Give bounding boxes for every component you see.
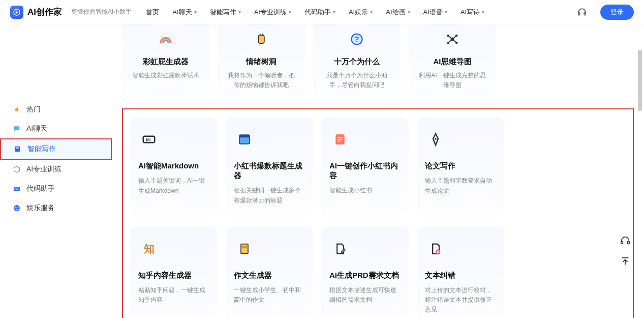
sidebar-item-3[interactable]: AI专业训练 <box>0 160 112 179</box>
grid-card-1-0[interactable]: 知知乎内容生成器粘贴知乎问题，一键生成知乎内容 <box>130 227 218 318</box>
sidebar-item-4[interactable]: </>代码助手 <box>0 179 112 198</box>
docx-icon <box>425 238 446 259</box>
edit-icon <box>13 144 22 154</box>
card-desc: 根据文本描述生成可快速编辑的需求文档 <box>329 285 401 305</box>
nav-label: 代码助手 <box>304 8 331 17</box>
grid-card-1-1[interactable]: 作文生成器一键生成小学生、初中和高中的作文 <box>226 227 313 318</box>
card-desc: 我是十万个为什么小助手，尽管向我提问吧 <box>321 71 392 90</box>
login-button[interactable]: 登录 <box>600 5 634 20</box>
card-title: 文本纠错 <box>425 271 496 280</box>
code-icon: </> <box>12 184 21 193</box>
nav-label: AI绘画 <box>386 8 405 17</box>
card-desc: 我将作为一个倾听者，把你的烦恼都告诉我吧 <box>226 71 297 90</box>
card-title: 情绪树洞 <box>226 57 297 67</box>
grid-row-1: 知知乎内容生成器粘贴知乎问题，一键生成知乎内容作文生成器一键生成小学生、初中和高… <box>130 227 626 318</box>
doc-icon <box>234 238 255 259</box>
card-desc: 对上传的文本进行校对，标注错误文本并提供修正意见 <box>425 285 496 315</box>
svg-rect-1 <box>578 12 580 15</box>
nav-label: AI专业训练 <box>254 8 287 17</box>
nav-item-8[interactable]: AI写诗▾ <box>461 8 484 17</box>
sidebar-label: 热门 <box>26 105 41 114</box>
svg-rect-4 <box>16 148 19 148</box>
svg-text:?: ? <box>355 35 359 43</box>
logo[interactable]: AI创作家 <box>10 6 62 19</box>
logo-text: AI创作家 <box>27 6 62 18</box>
chevron-down-icon: ▾ <box>482 9 484 15</box>
nav-item-4[interactable]: 代码助手▾ <box>304 8 335 17</box>
nav-label: 首页 <box>146 8 159 17</box>
grid-card-0-2[interactable]: AI一键创作小红书内容智能生成小红书 <box>321 118 409 216</box>
top-card-2[interactable]: ?十万个为什么我是十万个为什么小助手，尽管向我提问吧 <box>313 24 401 99</box>
markdown-icon: M↓ <box>138 129 160 150</box>
support-icon[interactable] <box>577 7 587 17</box>
grid-card-0-3[interactable]: 论文写作输入主题和字数要求自动生成论文 <box>417 118 504 216</box>
card-desc: 输入主题和字数要求自动生成论文 <box>425 176 496 195</box>
sidebar: 热门AI聊天智能写作AI专业训练</>代码助手娱乐服务 <box>0 24 112 318</box>
nav-item-2[interactable]: 智能写作▾ <box>210 8 241 17</box>
chevron-down-icon: ▾ <box>333 9 335 15</box>
header-tagline: 更懂你的智能AI小助手 <box>71 8 132 16</box>
svg-rect-27 <box>338 139 343 140</box>
smile-icon <box>12 204 21 213</box>
rainbow-icon <box>155 28 176 50</box>
nav-item-0[interactable]: 首页 <box>146 8 159 17</box>
scroll-thumb[interactable] <box>638 50 642 111</box>
svg-point-10 <box>17 207 18 208</box>
svg-rect-36 <box>628 241 630 244</box>
svg-text:知: 知 <box>143 242 155 254</box>
card-title: AI生成PRD需求文档 <box>329 271 401 280</box>
card-title: 作文生成器 <box>234 271 305 280</box>
svg-text:</>: </> <box>15 187 19 190</box>
chevron-down-icon: ▾ <box>445 9 447 15</box>
scrollbar[interactable] <box>637 24 643 314</box>
svg-rect-5 <box>16 149 19 149</box>
support-float-icon[interactable] <box>619 234 632 247</box>
nav-item-3[interactable]: AI专业训练▾ <box>254 8 291 17</box>
mindmap-icon <box>442 28 463 50</box>
pen-icon <box>425 129 446 150</box>
grid-card-0-0[interactable]: M↓AI智能Markdown输入主题关键词，AI一键生成Markdown <box>130 118 218 216</box>
grid-row-0: M↓AI智能Markdown输入主题关键词，AI一键生成Markdown小红书爆… <box>130 118 626 216</box>
top-card-3[interactable]: AI思维导图利用AI一键生成完整的思维导图 <box>409 24 496 99</box>
sidebar-item-5[interactable]: 娱乐服务 <box>0 198 112 218</box>
nav-label: 智能写作 <box>210 8 236 17</box>
main-content: 彩虹屁生成器智能生成彩虹屁吹捧话术情绪树洞我将作为一个倾听者，把你的烦恼都告诉我… <box>112 24 644 318</box>
card-desc: 一键生成小学生、初中和高中的作文 <box>234 285 305 305</box>
chevron-down-icon: ▾ <box>194 9 197 15</box>
cup-icon <box>251 28 272 50</box>
sidebar-label: 代码助手 <box>26 184 55 193</box>
nav-label: AI聊天 <box>172 8 192 17</box>
card-title: AI智能Markdown <box>138 161 209 171</box>
grid-card-1-3[interactable]: 文本纠错对上传的文本进行校对，标注错误文本并提供修正意见 <box>417 227 504 318</box>
svg-point-11 <box>161 36 163 39</box>
docpen-icon <box>329 238 351 259</box>
nav-label: AI娱乐 <box>349 8 368 17</box>
grid-card-0-1[interactable]: 小红书爆款标题生成器根据关键词一键生成多个有爆款潜力的标题 <box>226 118 313 216</box>
grid-card-1-2[interactable]: AI生成PRD需求文档根据文本描述生成可快速编辑的需求文档 <box>321 227 409 318</box>
top-card-0[interactable]: 彩虹屁生成器智能生成彩虹屁吹捧话术 <box>122 24 209 99</box>
nav-item-7[interactable]: AI语音▾ <box>423 8 447 17</box>
nav-item-1[interactable]: AI聊天▾ <box>172 8 196 17</box>
chevron-down-icon: ▾ <box>408 9 410 15</box>
chat-icon <box>12 124 21 133</box>
nav-item-6[interactable]: AI绘画▾ <box>386 8 410 17</box>
chevron-down-icon: ▾ <box>370 9 373 15</box>
card-title: 论文写作 <box>425 161 496 171</box>
back-to-top-icon[interactable] <box>619 254 632 268</box>
svg-rect-24 <box>239 135 250 138</box>
sidebar-item-2[interactable]: 智能写作 <box>0 138 112 160</box>
top-nav: 首页AI聊天▾智能写作▾AI专业训练▾代码助手▾AI娱乐▾AI绘画▾AI语音▾A… <box>146 8 573 17</box>
sidebar-item-1[interactable]: AI聊天 <box>0 119 112 138</box>
svg-rect-32 <box>242 246 247 246</box>
header: AI创作家 更懂你的智能AI小助手 首页AI聊天▾智能写作▾AI专业训练▾代码助… <box>0 0 644 24</box>
top-card-1[interactable]: 情绪树洞我将作为一个倾听者，把你的烦恼都告诉我吧 <box>218 24 305 99</box>
cube-icon <box>12 165 21 174</box>
zhi-icon: 知 <box>138 238 160 259</box>
card-title: AI一键创作小红书内容 <box>329 161 401 181</box>
card-title: 知乎内容生成器 <box>138 271 209 280</box>
nav-item-5[interactable]: AI娱乐▾ <box>349 8 373 17</box>
chevron-down-icon: ▾ <box>289 9 291 15</box>
sidebar-item-0[interactable]: 热门 <box>0 100 112 119</box>
card-title: 小红书爆款标题生成器 <box>234 161 305 181</box>
chevron-down-icon: ▾ <box>238 9 241 15</box>
